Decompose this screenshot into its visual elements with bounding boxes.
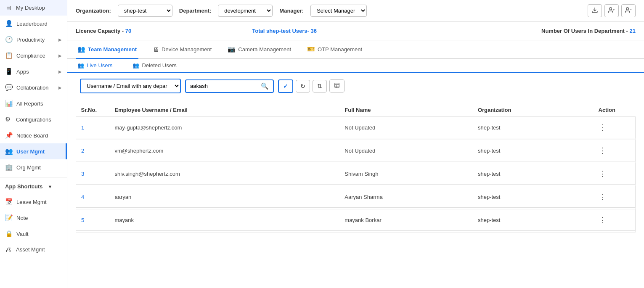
cell-org: shep-test [473,140,594,161]
tab-camera-management[interactable]: 📷 Camera Management [226,40,293,59]
org-select[interactable]: shep-test [118,5,172,17]
org-label: Organization: [76,8,111,14]
table-row: 4 aaryan Aaryan Sharma shep-test ⋮ [76,186,636,208]
export-table-button[interactable] [329,79,345,92]
cell-email: aaryan [110,186,340,208]
col-srno: Sr.No. [76,103,110,117]
col-email: Employee Username / Email [110,103,340,117]
sidebar-item-asset-mgmt[interactable]: 🖨 Asset Mgmt [0,242,67,257]
table-row: 3 shiv.singh@shephertz.com Shivam Singh … [76,163,636,185]
team-mgmt-icon: 👥 [77,45,85,53]
user-table: Sr.No. Employee Username / Email Full Na… [76,103,636,233]
sidebar-label-productivity: Productivity [16,37,45,43]
chevron-right-icon: ▶ [58,53,62,58]
stats-bar: Licence Capacity - 70 Total shep-test Us… [67,22,644,40]
remove-user-button[interactable] [621,4,636,17]
table-row: 5 mayank mayank Borkar shep-test ⋮ [76,209,636,231]
cell-action: ⋮ [594,140,636,161]
cell-org: shep-test [473,163,594,185]
sidebar-item-all-reports[interactable]: 📊 All Reports [0,95,67,111]
cell-name: Not Updated [339,117,473,138]
dept-select[interactable]: development [218,5,273,17]
svg-rect-6 [335,83,339,88]
collaboration-icon: 💬 [5,84,13,91]
export-button[interactable] [588,4,602,17]
cell-email: vm@shephertz.com [110,140,340,161]
licence-capacity: Licence Capacity - 70 [76,28,131,34]
cell-email: may-gupta@shephertz.com [110,117,340,138]
notice-icon: 📌 [5,132,13,139]
compliance-icon: 📋 [5,52,13,59]
device-mgmt-icon: 🖥 [153,46,159,53]
row-action-menu[interactable]: ⋮ [599,146,607,155]
sidebar-label-user-mgmt: User Mgmt [16,148,45,155]
sidebar-label-my-desktop: My Desktop [16,5,45,11]
add-user-button[interactable] [604,4,619,17]
table-row: 2 vm@shephertz.com Not Updated shep-test… [76,140,636,161]
sidebar-item-apps[interactable]: 📱 Apps ▶ [0,63,67,79]
app-shortcuts-label: App Shortcuts [5,183,43,190]
row-action-menu[interactable]: ⋮ [599,169,607,178]
sidebar-label-leaderboard: Leaderboard [16,21,48,27]
sidebar-label-asset-mgmt: Asset Mgmt [16,246,45,253]
sidebar-item-vault[interactable]: 🔒 Vault [0,226,67,242]
sidebar-label-configurations: Configurations [16,116,51,123]
sub-tab-deleted-users[interactable]: 👥 Deleted Users [131,59,178,73]
cell-name: Aaryan Sharma [339,186,473,208]
app-shortcuts-header[interactable]: App Shortcuts ▼ [0,179,67,194]
tab-otp-management[interactable]: 🎫 OTP Management [305,40,364,59]
sidebar-label-note: Note [16,215,28,221]
cell-action: ⋮ [594,117,636,138]
apps-icon: 📱 [5,68,13,75]
refresh-button[interactable]: ↻ [296,80,310,92]
sidebar-item-collaboration[interactable]: 💬 Collaboration ▶ [0,79,67,95]
row-action-menu[interactable]: ⋮ [599,123,607,132]
row-action-menu[interactable]: ⋮ [599,216,607,224]
sidebar-item-compliance[interactable]: 📋 Compliance ▶ [0,48,67,63]
sidebar-item-leave-mgmt[interactable]: 📅 Leave Mgmt [0,194,67,210]
sidebar-item-org-mgmt[interactable]: 🏢 Org Mgmt [0,159,67,175]
reports-icon: 📊 [5,100,13,107]
chevron-right-icon: ▶ [58,85,62,90]
confirm-button[interactable]: ✓ [278,79,293,93]
tab-device-management[interactable]: 🖥 Device Management [151,41,213,59]
cell-org: shep-test [473,209,594,231]
cell-name: mayank Borkar [339,209,473,231]
sidebar-label-leave-mgmt: Leave Mgmt [16,199,47,205]
sidebar-label-org-mgmt: Org Mgmt [16,164,41,171]
sub-tabs-row: 👥 Live Users 👥 Deleted Users [67,59,644,73]
chevron-right-icon: ▶ [58,37,62,42]
cell-sr: 2 [76,140,110,161]
main-content: Organization: shep-test Department: deve… [67,0,644,288]
sidebar: 🖥 My Desktop 👤 Leaderboard 🕐 Productivit… [0,0,67,288]
tab-team-management[interactable]: 👥 Team Management [76,40,138,59]
table-wrap: Sr.No. Employee Username / Email Full Na… [67,99,644,288]
sidebar-item-leaderboard[interactable]: 👤 Leaderboard [0,16,67,32]
top-bar: Organization: shep-test Department: deve… [67,0,644,22]
cell-org: shep-test [473,186,594,208]
sidebar-item-my-desktop[interactable]: 🖥 My Desktop [0,0,67,16]
sidebar-item-productivity[interactable]: 🕐 Productivity ▶ [0,32,67,48]
asset-icon: 🖨 [5,246,13,253]
manager-label: Manager: [279,8,304,14]
filter-select[interactable]: Username / Email with any depar [80,79,181,93]
search-input[interactable] [190,83,261,89]
sort-button[interactable]: ⇅ [313,80,327,92]
sidebar-item-notice-board[interactable]: 📌 Notice Board [0,127,67,143]
camera-mgmt-icon: 📷 [228,45,236,53]
col-org: Organization [473,103,594,117]
col-name: Full Name [339,103,473,117]
live-users-icon: 👥 [77,62,84,69]
sidebar-item-note[interactable]: 📝 Note [0,210,67,226]
row-action-menu[interactable]: ⋮ [599,193,607,201]
productivity-icon: 🕐 [5,36,13,43]
search-bar: Username / Email with any depar 🔍 ✓ ↻ ⇅ [67,73,644,99]
chevron-down-icon: ▼ [48,184,53,189]
cell-action: ⋮ [594,186,636,208]
sidebar-label-compliance: Compliance [16,53,45,59]
sub-tab-live-users[interactable]: 👥 Live Users [76,59,114,73]
sidebar-item-configurations[interactable]: ⚙ Configurations [0,111,67,127]
sidebar-item-user-mgmt[interactable]: 👥 User Mgmt [0,143,67,159]
cell-sr: 3 [76,163,110,185]
manager-select[interactable]: Select Manager [310,5,367,17]
